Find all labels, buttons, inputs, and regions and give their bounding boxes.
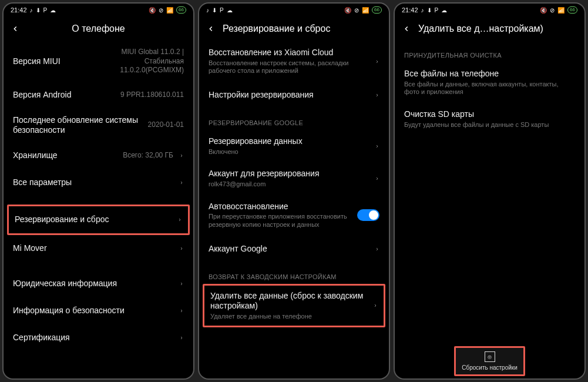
row-value: MIUI Global 11.0.2 | Стабильная 11.0.2.0… bbox=[102, 48, 184, 75]
signal-icon: 📶 bbox=[362, 7, 369, 14]
row-mi-mover[interactable]: Mi Mover bbox=[4, 235, 193, 262]
row-label: Аккаунт Google bbox=[209, 244, 369, 254]
backup-content: Восстановление из Xiaomi Cloud Восстанов… bbox=[199, 41, 389, 378]
row-sub: При переустановке приложения восстановит… bbox=[209, 213, 351, 229]
row-google-account[interactable]: Аккаунт Google bbox=[199, 236, 389, 263]
row-label: Восстановление из Xiaomi Cloud bbox=[209, 48, 369, 58]
mute-icon: 🔇 bbox=[344, 7, 351, 14]
p-icon: P bbox=[220, 7, 224, 14]
row-android-version[interactable]: Версия Android 9 PPR1.180610.011 bbox=[4, 82, 193, 109]
row-certification[interactable]: Сертификация bbox=[4, 324, 193, 351]
highlight-backup-reset: Резервирование и сброс bbox=[7, 205, 190, 235]
row-backup-settings[interactable]: Настройки резервирования bbox=[199, 82, 389, 109]
battery-icon: 66 bbox=[567, 6, 577, 14]
chevron-right-icon bbox=[179, 335, 184, 341]
chevron-right-icon bbox=[179, 246, 184, 252]
tiktok-icon: ♪ bbox=[206, 7, 209, 14]
cloud-icon: ☁ bbox=[441, 7, 447, 14]
row-sub: Все файлы и данные, включая аккаунты, ко… bbox=[404, 81, 575, 97]
reset-label: Сбросить настройки bbox=[462, 364, 518, 371]
row-value: 9 PPR1.180610.011 bbox=[120, 91, 184, 100]
toggle-on-icon[interactable] bbox=[357, 209, 379, 221]
back-button[interactable] bbox=[401, 23, 412, 35]
tiktok-icon: ♪ bbox=[421, 7, 424, 14]
row-backup-account[interactable]: Аккаунт для резервирования rolk473@gmail… bbox=[199, 162, 389, 195]
mute-icon: 🔇 bbox=[540, 7, 547, 14]
row-legal[interactable]: Юридическая информация bbox=[4, 270, 193, 297]
row-label: Mi Mover bbox=[13, 243, 173, 254]
row-label: Версия MIUI bbox=[13, 56, 102, 67]
p-icon: P bbox=[43, 7, 48, 14]
row-storage[interactable]: Хранилище Всего: 32,00 ГБ bbox=[4, 142, 193, 169]
row-miui-version[interactable]: Версия MIUI MIUI Global 11.0.2 | Стабиль… bbox=[4, 41, 193, 82]
row-value: 2020-01-01 bbox=[148, 120, 184, 130]
mute-icon: 🔇 bbox=[149, 7, 156, 14]
status-bar: ♪ ⬇ P ☁ 🔇 ⊘ 📶 66 bbox=[199, 4, 389, 16]
row-label: Хранилище bbox=[13, 150, 123, 161]
chevron-right-icon bbox=[179, 308, 184, 314]
row-label: Резервирование и сброс bbox=[15, 215, 172, 225]
chevron-right-icon bbox=[373, 303, 378, 309]
chevron-right-icon bbox=[375, 176, 379, 182]
row-all-files-phone[interactable]: Все файлы на телефоне Все файлы и данные… bbox=[395, 62, 584, 103]
reset-settings-button[interactable]: ◎ Сбросить настройки bbox=[456, 348, 523, 374]
row-label: Информация о безопасности bbox=[13, 306, 173, 316]
bottom-bar: ◎ Сбросить настройки bbox=[395, 346, 584, 376]
no-sim-icon: ⊘ bbox=[550, 7, 555, 14]
row-security-info[interactable]: Информация о безопасности bbox=[4, 297, 193, 324]
page-title: Удалить все д…настройкам) bbox=[418, 24, 579, 34]
chevron-right-icon bbox=[375, 143, 379, 149]
row-label: Очистка SD карты bbox=[404, 109, 575, 120]
section-header-google: РЕЗЕРВИРОВАНИЕ GOOGLE bbox=[199, 109, 389, 130]
row-sub: Удаляет все данные на телефоне bbox=[210, 313, 367, 321]
phone-backup-reset: ♪ ⬇ P ☁ 🔇 ⊘ 📶 66 Резервирование и сброс … bbox=[198, 2, 390, 380]
about-content: Версия MIUI MIUI Global 11.0.2 | Стабиль… bbox=[4, 41, 193, 378]
row-data-backup[interactable]: Резервирование данных Включено bbox=[199, 130, 389, 162]
page-title: О телефоне bbox=[9, 24, 187, 34]
phone-about: 21:42 ♪ ⬇ P ☁ 🔇 ⊘ 📶 66 О телефоне Версия… bbox=[2, 2, 194, 380]
p-icon: P bbox=[435, 7, 439, 14]
row-label: Аккаунт для резервирования bbox=[209, 169, 369, 179]
signal-icon: 📶 bbox=[166, 7, 173, 14]
download-icon: ⬇ bbox=[212, 7, 217, 14]
row-security-update[interactable]: Последнее обновление системы безопасност… bbox=[4, 109, 193, 142]
row-label: Настройки резервирования bbox=[209, 90, 369, 100]
chevron-right-icon bbox=[179, 153, 184, 159]
signal-icon: 📶 bbox=[557, 7, 565, 14]
status-time: 21:42 bbox=[11, 6, 27, 14]
row-backup-reset[interactable]: Резервирование и сброс bbox=[9, 206, 188, 233]
no-sim-icon: ⊘ bbox=[159, 7, 163, 14]
row-label: Резервирование данных bbox=[209, 136, 369, 147]
chevron-right-icon bbox=[375, 92, 379, 98]
page-title: Резервирование и сброс bbox=[223, 24, 383, 34]
back-button[interactable] bbox=[205, 23, 217, 35]
row-sub: Будут удалены все файлы и данные с SD ка… bbox=[404, 121, 575, 129]
reset-icon: ◎ bbox=[485, 351, 495, 362]
title-bar: Удалить все д…настройкам) bbox=[395, 16, 584, 41]
row-restore-xiaomi-cloud[interactable]: Восстановление из Xiaomi Cloud Восстанов… bbox=[199, 41, 389, 82]
row-all-params[interactable]: Все параметры bbox=[4, 169, 193, 196]
highlight-erase-all: Удалить все данные (сброс к заводским на… bbox=[203, 284, 385, 328]
status-bar: 21:42 ♪ ⬇ P ☁ 🔇 ⊘ 📶 66 bbox=[4, 4, 193, 16]
battery-icon: 66 bbox=[372, 6, 382, 14]
erase-content: ПРИНУДИТЕЛЬНАЯ ОЧИСТКА Все файлы на теле… bbox=[395, 41, 584, 378]
cloud-icon: ☁ bbox=[227, 7, 233, 14]
row-label: Последнее обновление системы безопасност… bbox=[13, 115, 148, 136]
highlight-reset-action: ◎ Сбросить настройки bbox=[454, 346, 525, 376]
phone-erase-all: 21:42 ♪ ⬇ P ☁ 🔇 ⊘ 📶 66 Удалить все д…нас… bbox=[394, 2, 586, 380]
row-erase-all-data[interactable]: Удалить все данные (сброс к заводским на… bbox=[204, 286, 384, 326]
no-sim-icon: ⊘ bbox=[354, 7, 359, 14]
chevron-right-icon bbox=[177, 217, 182, 223]
row-value: Всего: 32,00 ГБ bbox=[123, 151, 173, 160]
row-label: Удалить все данные (сброс к заводским на… bbox=[210, 291, 367, 311]
row-auto-restore[interactable]: Автовосстановление При переустановке при… bbox=[199, 195, 389, 236]
row-sub: rolk473@gmail.com bbox=[209, 180, 369, 189]
section-header-factory: ВОЗВРАТ К ЗАВОДСКИМ НАСТРОЙКАМ bbox=[199, 263, 389, 284]
row-label: Юридическая информация bbox=[13, 279, 173, 289]
status-bar: 21:42 ♪ ⬇ P ☁ 🔇 ⊘ 📶 66 bbox=[395, 4, 584, 16]
chevron-right-icon bbox=[375, 59, 379, 65]
row-label: Автовосстановление bbox=[209, 202, 351, 212]
title-bar: Резервирование и сброс bbox=[199, 16, 389, 41]
status-time: 21:42 bbox=[402, 6, 418, 14]
row-clean-sd-card[interactable]: Очистка SD карты Будут удалены все файлы… bbox=[395, 103, 584, 135]
